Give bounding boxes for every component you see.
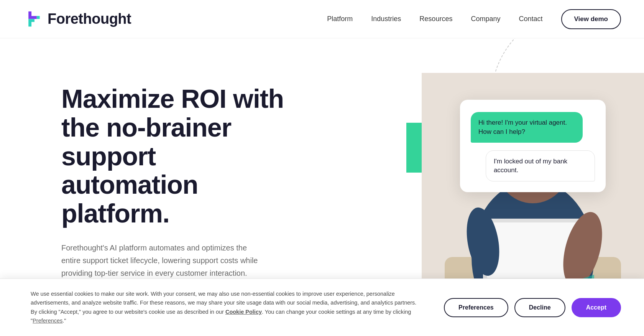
cookie-text-end: .": [62, 318, 66, 324]
preferences-button[interactable]: Preferences: [444, 298, 508, 317]
nav-contact[interactable]: Contact: [519, 15, 542, 23]
accept-button[interactable]: Accept: [572, 298, 621, 317]
nav-platform[interactable]: Platform: [327, 15, 353, 23]
logo-area[interactable]: Forethought: [23, 8, 131, 30]
forethought-logo-icon: [23, 8, 42, 30]
brand-name: Forethought: [48, 11, 131, 27]
chat-user-bubble: I'm locked out of my bank account.: [486, 150, 595, 182]
nav-resources[interactable]: Resources: [419, 15, 452, 23]
nav-links: Platform Industries Resources Company Co…: [327, 9, 621, 29]
chat-widget: Hi there! I'm your virtual agent. How ca…: [460, 100, 606, 192]
nav-company[interactable]: Company: [471, 15, 500, 23]
hero-title: Maximize ROI with the no-brainer support…: [61, 84, 299, 228]
navbar: Forethought Platform Industries Resource…: [0, 0, 644, 38]
hero-description: Forethought's AI platform automates and …: [61, 242, 261, 280]
cookie-text: We use essential cookies to make our sit…: [31, 290, 421, 325]
cookie-buttons: Preferences Decline Accept: [444, 298, 621, 317]
chat-card: Hi there! I'm your virtual agent. How ca…: [460, 100, 606, 192]
cookie-policy-link[interactable]: Cookie Policy: [225, 309, 262, 315]
decline-button[interactable]: Decline: [514, 298, 565, 317]
nav-view-demo-button[interactable]: View demo: [561, 9, 621, 29]
preferences-inline-link[interactable]: Preferences: [33, 318, 62, 324]
nav-industries[interactable]: Industries: [371, 15, 401, 23]
chat-bot-bubble: Hi there! I'm your virtual agent. How ca…: [471, 112, 583, 143]
cookie-banner: We use essential cookies to make our sit…: [0, 278, 644, 336]
